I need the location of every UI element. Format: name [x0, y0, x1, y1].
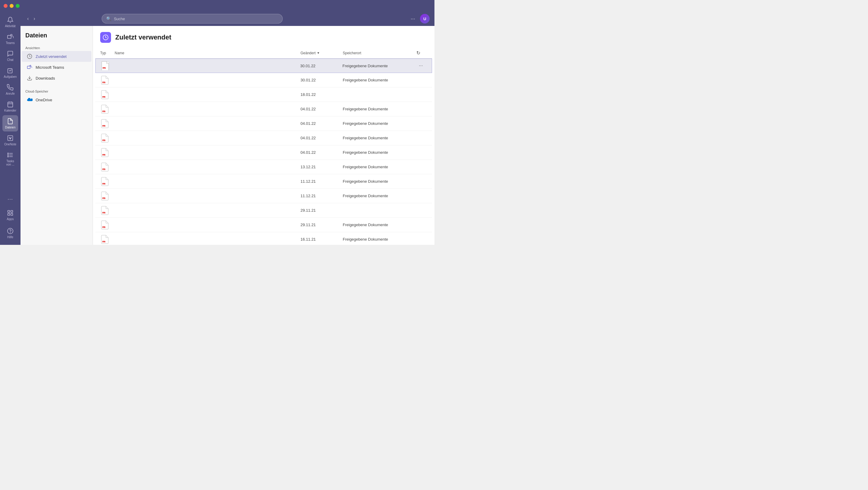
svg-text:PDF: PDF [102, 169, 105, 170]
table-header: Typ Name Geändert ▼ Speicherort [95, 47, 432, 59]
sidebar-nav-zuletzt[interactable]: Zuletzt verwendet [22, 51, 91, 62]
top-bar: ‹ › 🔍 ··· U [21, 11, 434, 26]
forward-button[interactable]: › [32, 15, 37, 23]
traffic-lights [4, 4, 20, 8]
sidebar-item-label: Dateien [5, 126, 16, 129]
table-row[interactable]: PDF 16.11.21 Freigegebene Dokumente ··· [95, 232, 432, 245]
table-row[interactable]: PDF 04.01.22 Freigegebene Dokumente ··· [95, 117, 432, 131]
row-more-button[interactable]: ··· [415, 62, 427, 70]
svg-text:PDF: PDF [102, 183, 105, 185]
file-type-icon: PDF [100, 148, 110, 157]
svg-rect-15 [8, 210, 10, 212]
svg-text:PDF: PDF [102, 226, 105, 228]
sidebar-item-anrufe[interactable]: Anrufe [2, 81, 18, 98]
svg-text:PDF: PDF [102, 140, 105, 141]
sidebar-nav-downloads[interactable]: Downloads [22, 73, 91, 84]
table-row[interactable]: PDF 18.01.22 ··· [95, 88, 432, 102]
sidebar-nav-onedrive[interactable]: OneDrive [22, 94, 91, 105]
more-options-button[interactable]: ··· [409, 14, 416, 23]
close-button[interactable] [4, 4, 7, 8]
search-icon: 🔍 [106, 16, 111, 21]
file-date: 18.01.22 [301, 92, 343, 97]
file-location: Freigegebene Dokumente [342, 64, 415, 68]
content-sidebar: Dateien Ansichten Zuletzt verwendet [21, 26, 93, 245]
file-date: 29.11.21 [301, 223, 343, 227]
file-date: 04.01.22 [301, 150, 343, 155]
search-input[interactable] [114, 17, 278, 21]
onenote-icon [7, 134, 14, 142]
file-date: 16.11.21 [301, 237, 343, 241]
sidebar-item-label: Anrufe [6, 92, 14, 95]
col-typ: Typ [100, 51, 115, 55]
file-date: 30.01.22 [301, 78, 343, 82]
file-type-icon: PDF [100, 220, 110, 230]
icon-sidebar: Aktivität Teams Chat [0, 11, 21, 245]
table-row[interactable]: PDF 30.01.22 Freigegebene Dokumente ··· [95, 59, 432, 73]
teams-nav-icon [27, 64, 33, 70]
sidebar-nav-label: OneDrive [36, 98, 52, 102]
table-row[interactable]: PDF 04.01.22 Freigegebene Dokumente ··· [95, 102, 432, 117]
top-bar-actions: ··· U [409, 14, 430, 24]
sidebar-item-onenote[interactable]: OneNote [2, 132, 18, 149]
back-button[interactable]: ‹ [25, 15, 30, 23]
section-header-icon [100, 32, 111, 43]
file-date: 11.12.21 [301, 194, 343, 198]
sidebar-item-teams[interactable]: Teams [2, 31, 18, 47]
apps-icon [7, 209, 14, 217]
sidebar-item-more[interactable]: ··· [2, 193, 18, 205]
svg-rect-22 [27, 66, 30, 68]
table-row[interactable]: PDF 29.11.21 Freigegebene Dokumente ··· [95, 218, 432, 232]
file-location: Freigegebene Dokumente [343, 194, 415, 198]
sidebar-item-kalender[interactable]: Kalender [2, 98, 18, 115]
titlebar [0, 0, 434, 11]
svg-text:PDF: PDF [102, 212, 105, 214]
file-date: 04.01.22 [301, 121, 343, 126]
file-location: Freigegebene Dokumente [343, 165, 415, 169]
sidebar-item-label: Tasks von ... [4, 160, 17, 166]
table-row[interactable]: PDF 04.01.22 Freigegebene Dokumente ··· [95, 131, 432, 145]
col-actions: ↻ [415, 49, 427, 57]
sidebar-nav-label: Microsoft Teams [36, 65, 64, 70]
maximize-button[interactable] [16, 4, 20, 8]
download-icon [27, 75, 33, 81]
file-type-icon: PDF [100, 162, 110, 172]
sidebar-nav-microsoft-teams[interactable]: Microsoft Teams [22, 62, 91, 73]
minimize-button[interactable] [10, 4, 13, 8]
sidebar-item-apps[interactable]: Apps [2, 207, 18, 223]
svg-text:PDF: PDF [102, 96, 105, 98]
sidebar-nav-label: Zuletzt verwendet [36, 54, 67, 59]
svg-point-12 [7, 153, 8, 154]
table-row[interactable]: PDF 13.12.21 Freigegebene Dokumente ··· [95, 160, 432, 174]
file-date: 30.01.22 [300, 64, 342, 68]
file-type-icon: PDF [100, 119, 110, 128]
sidebar-item-hilfe[interactable]: Hilfe [2, 225, 18, 241]
table-row[interactable]: PDF 11.12.21 Freigegebene Dokumente ··· [95, 189, 432, 203]
sidebar-item-tasks[interactable]: Tasks von ... [2, 149, 18, 169]
sidebar-item-label: Teams [6, 41, 14, 45]
svg-rect-18 [11, 214, 13, 215]
svg-point-1 [10, 34, 12, 36]
file-location: Freigegebene Dokumente [343, 121, 415, 126]
sidebar-item-chat[interactable]: Chat [2, 47, 18, 64]
sidebar-item-aktivitaet[interactable]: Aktivität [2, 14, 18, 30]
col-geaendert[interactable]: Geändert ▼ [301, 51, 343, 55]
file-type-icon: PDF [100, 61, 110, 71]
avatar[interactable]: U [420, 14, 430, 24]
sidebar-item-aufgaben[interactable]: Aufgaben [2, 65, 18, 81]
svg-text:PDF: PDF [102, 125, 105, 127]
sidebar-item-label: OneNote [4, 143, 16, 146]
file-location: Freigegebene Dokumente [343, 179, 415, 184]
table-row[interactable]: PDF 30.01.22 Freigegebene Dokumente ··· [95, 73, 432, 88]
search-bar[interactable]: 🔍 [102, 14, 283, 24]
sidebar-item-dateien[interactable]: Dateien [2, 115, 18, 131]
refresh-button[interactable]: ↻ [415, 49, 422, 57]
table-row[interactable]: PDF 04.01.22 Freigegebene Dokumente ··· [95, 145, 432, 160]
table-row[interactable]: PDF 29.11.21 ··· [95, 203, 432, 218]
col-speicherort: Speicherort [343, 51, 415, 55]
file-type-icon: PDF [100, 191, 110, 201]
sidebar-title: Dateien [21, 32, 93, 44]
svg-text:PDF: PDF [102, 111, 105, 112]
sidebar-item-label: Aufgaben [4, 75, 17, 78]
file-type-icon: PDF [100, 235, 110, 244]
table-row[interactable]: PDF 11.12.21 Freigegebene Dokumente ··· [95, 174, 432, 189]
